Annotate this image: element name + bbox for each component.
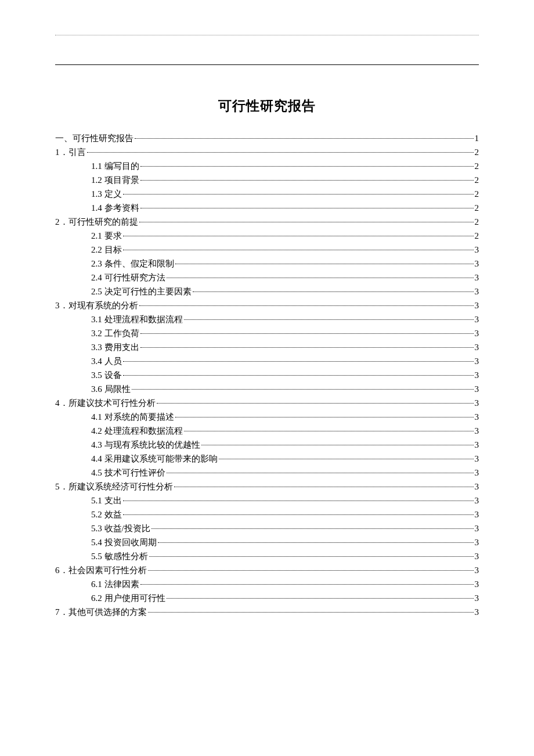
toc-entry-label: 5.3 收益/投资比 [91, 521, 150, 535]
toc-entry-label: 3.4 人员 [91, 354, 122, 368]
toc-leader-dots [140, 347, 474, 348]
toc-leader-dots [184, 319, 474, 320]
toc-entry-page: 2 [475, 215, 479, 229]
toc-entry-page: 3 [475, 410, 479, 424]
toc-entry: 1.3 定义2 [55, 187, 479, 201]
toc-leader-dots [151, 528, 474, 529]
toc-entry-page: 3 [475, 271, 479, 285]
toc-entry: 2．可行性研究的前提2 [55, 215, 479, 229]
toc-entry: 6.1 法律因素3 [55, 577, 479, 591]
toc-leader-dots [167, 598, 474, 599]
toc-entry: 4.4 采用建议系统可能带来的影响3 [55, 452, 479, 466]
toc-entry-page: 3 [475, 605, 479, 619]
toc-entry-page: 3 [475, 507, 479, 521]
toc-leader-dots [158, 542, 474, 543]
toc-entry-label: 6.1 法律因素 [91, 577, 139, 591]
toc-entry-label: 6.2 用户使用可行性 [91, 591, 165, 605]
toc-entry: 5.1 支出3 [55, 494, 479, 507]
toc-entry: 2.1 要求2 [55, 229, 479, 243]
toc-leader-dots [167, 278, 474, 278]
table-of-contents: 一、可行性研究报告11．引言21.1 编写目的21.2 项目背景21.3 定义2… [55, 131, 479, 619]
toc-leader-dots [132, 389, 474, 390]
toc-entry: 1．引言2 [55, 145, 479, 159]
toc-entry-page: 3 [475, 480, 479, 494]
toc-entry-label: 5.5 敏感性分析 [91, 549, 148, 563]
toc-entry-label: 2.2 目标 [91, 243, 122, 257]
toc-entry-label: 3.1 处理流程和数据流程 [91, 312, 183, 326]
toc-entry: 5.5 敏感性分析3 [55, 549, 479, 563]
toc-entry-page: 3 [475, 340, 479, 354]
toc-entry: 1.1 编写目的2 [55, 159, 479, 173]
header-dotted-line [55, 35, 479, 35]
toc-entry-label: 2．可行性研究的前提 [55, 215, 138, 229]
toc-entry: 2.5 决定可行性的主要因素3 [55, 285, 479, 298]
toc-entry-label: 4.5 技术可行性评价 [91, 466, 165, 480]
toc-entry-label: 7．其他可供选择的方案 [55, 605, 147, 619]
toc-entry-label: 4.4 采用建议系统可能带来的影响 [91, 452, 218, 466]
toc-entry: 3.6 局限性3 [55, 382, 479, 396]
toc-entry: 7．其他可供选择的方案3 [55, 605, 479, 619]
toc-entry: 4.3 与现有系统比较的优越性3 [55, 438, 479, 452]
toc-entry-page: 3 [475, 382, 479, 396]
toc-entry: 3.1 处理流程和数据流程3 [55, 312, 479, 326]
toc-entry: 4.2 处理流程和数据流程3 [55, 424, 479, 438]
toc-entry: 1.4 参考资料2 [55, 201, 479, 215]
toc-entry-label: 5．所建议系统经济可行性分析 [55, 480, 173, 494]
toc-leader-dots [148, 612, 474, 613]
toc-entry-page: 3 [475, 243, 479, 257]
toc-leader-dots [139, 305, 474, 306]
toc-entry-page: 3 [475, 563, 479, 577]
toc-entry: 3.5 设备3 [55, 368, 479, 382]
toc-entry: 5.2 效益3 [55, 507, 479, 521]
toc-entry-label: 3．对现有系统的分析 [55, 298, 138, 312]
toc-entry-label: 5.2 效益 [91, 507, 122, 521]
toc-leader-dots [123, 501, 474, 501]
toc-entry-label: 6．社会因素可行性分析 [55, 563, 147, 577]
toc-leader-dots [123, 250, 474, 250]
toc-entry-label: 1.2 项目背景 [91, 173, 139, 187]
document-title: 可行性研究报告 [55, 97, 479, 115]
toc-leader-dots [123, 514, 474, 515]
toc-leader-dots [219, 459, 474, 459]
toc-leader-dots [184, 431, 474, 431]
toc-entry-page: 3 [475, 257, 479, 271]
toc-entry-label: 5.4 投资回收周期 [91, 535, 157, 549]
toc-entry-label: 3.6 局限性 [91, 382, 131, 396]
toc-leader-dots [140, 584, 474, 585]
toc-entry-page: 3 [475, 535, 479, 549]
toc-leader-dots [140, 333, 474, 334]
toc-entry-page: 2 [475, 201, 479, 215]
toc-entry-label: 1．引言 [55, 145, 86, 159]
toc-entry-page: 3 [475, 326, 479, 340]
toc-leader-dots [140, 166, 474, 167]
toc-entry-page: 2 [475, 145, 479, 159]
toc-entry: 2.2 目标3 [55, 243, 479, 257]
toc-entry-label: 1.4 参考资料 [91, 201, 139, 215]
toc-entry-label: 1.3 定义 [91, 187, 122, 201]
toc-entry-page: 3 [475, 466, 479, 480]
toc-entry: 3.2 工作负荷3 [55, 326, 479, 340]
toc-leader-dots [123, 194, 474, 195]
toc-entry-page: 3 [475, 591, 479, 605]
toc-entry-page: 3 [475, 285, 479, 298]
toc-entry-label: 一、可行性研究报告 [55, 131, 134, 145]
toc-entry: 4．所建议技术可行性分析3 [55, 396, 479, 410]
toc-entry: 5.3 收益/投资比3 [55, 521, 479, 535]
toc-leader-dots [123, 236, 474, 236]
toc-leader-dots [87, 152, 474, 153]
toc-entry: 5.4 投资回收周期3 [55, 535, 479, 549]
toc-entry-page: 3 [475, 549, 479, 563]
toc-leader-dots [167, 473, 474, 473]
toc-leader-dots [123, 361, 474, 362]
toc-entry-page: 3 [475, 521, 479, 535]
toc-entry-label: 3.2 工作负荷 [91, 326, 139, 340]
toc-entry: 4.1 对系统的简要描述3 [55, 410, 479, 424]
toc-entry: 4.5 技术可行性评价3 [55, 466, 479, 480]
toc-entry-page: 3 [475, 452, 479, 466]
toc-leader-dots [135, 138, 474, 139]
toc-entry-page: 3 [475, 312, 479, 326]
toc-leader-dots [175, 417, 474, 417]
toc-entry-label: 4.2 处理流程和数据流程 [91, 424, 183, 438]
toc-entry-label: 2.3 条件、假定和限制 [91, 257, 174, 271]
toc-entry: 1.2 项目背景2 [55, 173, 479, 187]
